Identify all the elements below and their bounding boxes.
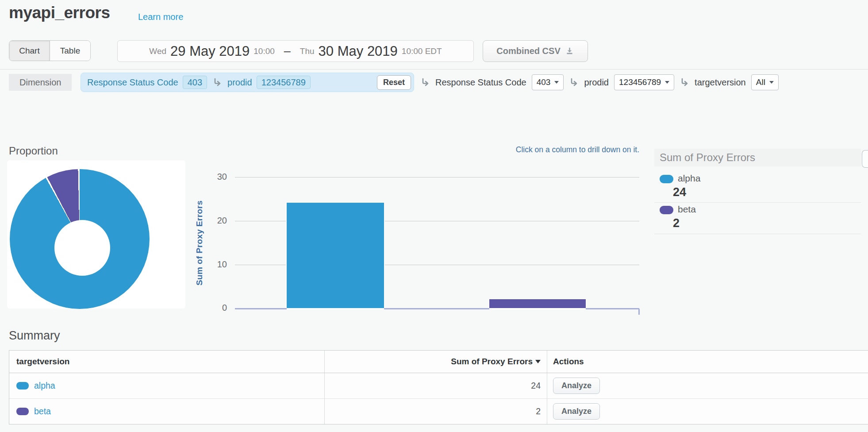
toolbar-divider bbox=[0, 69, 868, 69]
donut-hole bbox=[54, 220, 110, 276]
filter-dropdown-prodid[interactable]: 123456789 bbox=[614, 74, 674, 90]
legend-label-alpha: alpha bbox=[678, 173, 700, 184]
dimension-bar: Dimension Response Status Code 403 prodi… bbox=[9, 73, 868, 92]
x-axis-baseline bbox=[235, 308, 639, 309]
learn-more-link[interactable]: Learn more bbox=[138, 12, 183, 22]
page-title: myapi_errors bbox=[9, 4, 110, 22]
filter-controls: Response Status Code 403 prodid 12345678… bbox=[420, 74, 779, 90]
donut-chart[interactable] bbox=[10, 169, 150, 309]
legend-header: Sum of Proxy Errors bbox=[654, 149, 861, 166]
filter-name: prodid bbox=[584, 77, 609, 88]
view-toggle: Chart Table bbox=[9, 40, 91, 61]
column-header-targetversion[interactable]: targetversion bbox=[16, 357, 69, 366]
drilldown-arrow-icon bbox=[212, 78, 222, 87]
report-page: myapi_errors Learn more Chart Table Wed … bbox=[0, 0, 868, 432]
analyze-button-alpha[interactable]: Analyze bbox=[553, 378, 600, 394]
end-time: 10:00 EDT bbox=[402, 46, 442, 56]
summary-title: Summary bbox=[9, 329, 60, 343]
filter-name: targetversion bbox=[695, 77, 746, 88]
filter-dropdown-targetversion[interactable]: All bbox=[751, 74, 779, 90]
table-row-beta: beta 2 Analyze bbox=[9, 398, 868, 424]
filter-selected-value: All bbox=[756, 77, 765, 87]
summary-table-header: targetversion Sum of Proxy Errors Action… bbox=[9, 351, 868, 373]
drilldown-arrow-icon bbox=[680, 78, 689, 87]
download-icon bbox=[565, 46, 574, 56]
start-date: 29 May 2019 bbox=[170, 43, 250, 59]
filter-name: Response Status Code bbox=[435, 77, 526, 88]
reset-button[interactable]: Reset bbox=[377, 75, 411, 90]
caret-down-icon bbox=[665, 81, 669, 84]
end-day: Thu bbox=[300, 46, 315, 56]
column-header-actions: Actions bbox=[553, 357, 584, 366]
filter-selected-value: 403 bbox=[537, 77, 551, 87]
y-tick-label: 0 bbox=[200, 303, 227, 313]
caret-down-icon bbox=[769, 81, 774, 84]
end-date: 30 May 2019 bbox=[319, 43, 398, 59]
combined-csv-button[interactable]: Combined CSV bbox=[483, 40, 588, 62]
summary-table: targetversion Sum of Proxy Errors Action… bbox=[9, 350, 868, 424]
breadcrumb-value-chip: 403 bbox=[183, 76, 207, 89]
row-value-alpha: 24 bbox=[531, 381, 541, 391]
breadcrumb-value-chip: 123456789 bbox=[257, 76, 311, 89]
row-link-alpha[interactable]: alpha bbox=[34, 381, 55, 391]
filter-selected-value: 123456789 bbox=[619, 77, 661, 87]
breadcrumb-dimension-name: prodid bbox=[227, 77, 252, 88]
dimension-label: Dimension bbox=[9, 74, 72, 91]
legend-label-beta: beta bbox=[678, 204, 696, 215]
x-axis-end-tick bbox=[638, 309, 640, 315]
drilldown-arrow-icon bbox=[420, 78, 430, 87]
gridline-30 bbox=[235, 177, 639, 177]
proportion-title: Proportion bbox=[9, 145, 58, 157]
breadcrumb-dimension-name: Response Status Code bbox=[87, 77, 178, 88]
row-link-beta[interactable]: beta bbox=[34, 406, 51, 417]
analyze-button-beta[interactable]: Analyze bbox=[553, 403, 600, 420]
column-header-sum-of-proxy-errors[interactable]: Sum of Proxy Errors bbox=[451, 357, 533, 366]
legend-divider bbox=[654, 202, 861, 203]
range-separator: – bbox=[284, 44, 291, 58]
bar-chart: 30 20 10 0 bbox=[235, 177, 639, 309]
tab-table[interactable]: Table bbox=[50, 41, 90, 61]
row-value-beta: 2 bbox=[536, 406, 541, 417]
drilldown-hint: Click on a column to drill down on it. bbox=[442, 145, 639, 154]
bar-beta[interactable] bbox=[489, 299, 586, 308]
y-tick-label: 10 bbox=[200, 259, 227, 270]
row-swatch-alpha bbox=[16, 382, 29, 390]
proportion-card bbox=[7, 160, 185, 309]
date-range-picker[interactable]: Wed 29 May 2019 10:00 – Thu 30 May 2019 … bbox=[117, 40, 474, 62]
filter-dropdown-response-status-code[interactable]: 403 bbox=[532, 74, 564, 90]
drilldown-arrow-icon bbox=[569, 78, 579, 87]
y-tick-label: 20 bbox=[200, 216, 227, 226]
row-swatch-beta bbox=[16, 408, 29, 415]
y-axis-title: Sum of Proxy Errors bbox=[195, 177, 208, 309]
bar-alpha[interactable] bbox=[287, 203, 384, 308]
start-time: 10:00 bbox=[253, 46, 275, 56]
legend-swatch-beta bbox=[660, 206, 673, 214]
combined-csv-label: Combined CSV bbox=[496, 46, 560, 56]
start-day: Wed bbox=[149, 46, 166, 56]
tab-chart[interactable]: Chart bbox=[9, 41, 50, 61]
legend-value-alpha: 24 bbox=[673, 185, 686, 199]
legend-divider bbox=[654, 234, 861, 234]
legend-panel-edge-button[interactable] bbox=[862, 150, 868, 168]
y-tick-label: 30 bbox=[200, 172, 227, 182]
sort-desc-icon bbox=[535, 360, 541, 363]
legend-swatch-alpha bbox=[660, 175, 673, 183]
drilldown-breadcrumb: Response Status Code 403 prodid 12345678… bbox=[81, 73, 414, 92]
table-row-alpha: alpha 24 Analyze bbox=[9, 373, 868, 398]
legend-value-beta: 2 bbox=[673, 216, 680, 230]
caret-down-icon bbox=[554, 81, 559, 84]
